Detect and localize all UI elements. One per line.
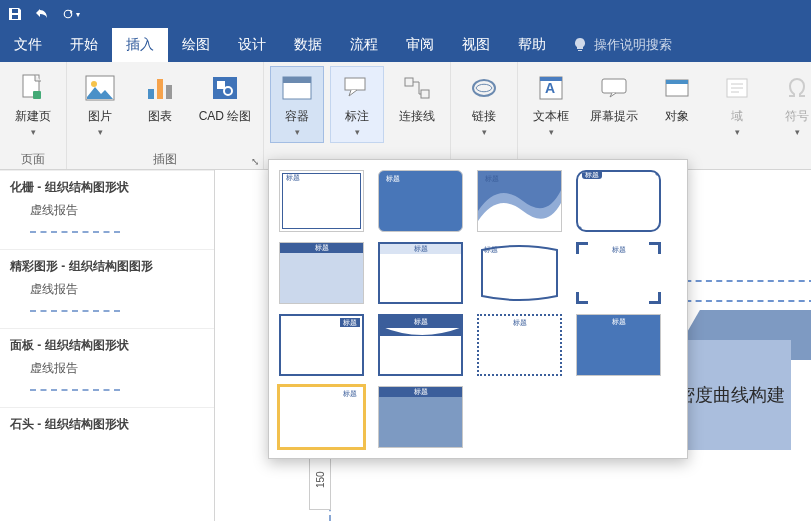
container-gallery: 标题 标题 标题 标题 标题 标题 标题 标题 标题 标题 标题 标题 标题 标… bbox=[268, 159, 688, 459]
dashed-line-preview bbox=[30, 231, 120, 233]
shape-item[interactable]: 虚线报告 bbox=[0, 277, 214, 300]
svg-rect-6 bbox=[157, 79, 163, 99]
container-style-10[interactable]: 标题 bbox=[378, 314, 463, 376]
chevron-down-icon: ▾ bbox=[795, 127, 800, 139]
container-style-9[interactable]: 标题 bbox=[279, 314, 364, 376]
svg-rect-22 bbox=[666, 80, 688, 84]
dashed-line-preview bbox=[30, 310, 120, 312]
tab-data[interactable]: 数据 bbox=[280, 28, 336, 62]
quick-access-toolbar: ▾ bbox=[0, 0, 811, 28]
shape-category[interactable]: 化栅 - 组织结构图形状 bbox=[0, 170, 214, 198]
cad-icon bbox=[208, 71, 242, 105]
chevron-down-icon: ▾ bbox=[31, 127, 36, 139]
tell-me-text: 操作说明搜索 bbox=[594, 36, 672, 54]
shape-category[interactable]: 石头 - 组织结构图形状 bbox=[0, 407, 214, 435]
container-style-6[interactable]: 标题 bbox=[378, 242, 463, 304]
object-icon bbox=[660, 71, 694, 105]
svg-rect-7 bbox=[166, 85, 172, 99]
tab-design[interactable]: 设计 bbox=[224, 28, 280, 62]
svg-rect-2 bbox=[33, 91, 41, 99]
container-style-4[interactable]: 标题 bbox=[576, 170, 661, 232]
ruler-mark: 150 bbox=[309, 450, 331, 510]
tab-home[interactable]: 开始 bbox=[56, 28, 112, 62]
screentip-icon bbox=[597, 71, 631, 105]
group-container: 容器 ▾ 标注 ▾ 连接线 bbox=[264, 62, 451, 169]
picture-icon bbox=[83, 71, 117, 105]
cube-shape[interactable]: 密度曲线构建 bbox=[671, 310, 811, 450]
tab-draw[interactable]: 绘图 bbox=[168, 28, 224, 62]
dialog-launcher-icon[interactable]: ⤡ bbox=[251, 156, 259, 167]
chart-button[interactable]: 图表 bbox=[133, 66, 187, 130]
field-icon bbox=[720, 71, 754, 105]
cad-button[interactable]: CAD 绘图 bbox=[193, 66, 257, 130]
tab-help[interactable]: 帮助 bbox=[504, 28, 560, 62]
shapes-pane[interactable]: 化栅 - 组织结构图形状 虚线报告 精彩图形 - 组织结构图图形 虚线报告 面板… bbox=[0, 170, 215, 521]
link-icon bbox=[467, 71, 501, 105]
object-button[interactable]: 对象 bbox=[650, 66, 704, 130]
undo-icon[interactable] bbox=[34, 5, 52, 23]
group-label-page: 页面 bbox=[0, 149, 66, 169]
chevron-down-icon: ▾ bbox=[735, 127, 740, 139]
callout-button[interactable]: 标注 ▾ bbox=[330, 66, 384, 143]
container-icon bbox=[280, 71, 314, 105]
svg-rect-13 bbox=[345, 78, 365, 90]
textbox-icon: A bbox=[534, 71, 568, 105]
container-style-5[interactable]: 标题 bbox=[279, 242, 364, 304]
dashed-line-preview bbox=[30, 389, 120, 391]
container-style-14[interactable]: 标题 bbox=[378, 386, 463, 448]
tell-me-search[interactable]: 操作说明搜索 bbox=[560, 28, 684, 62]
guide-line bbox=[675, 300, 811, 302]
chevron-down-icon: ▾ bbox=[355, 127, 360, 139]
container-style-13[interactable]: 标题 bbox=[279, 386, 364, 448]
container-style-8[interactable]: 标题 bbox=[576, 242, 661, 304]
screentip-button[interactable]: 屏幕提示 bbox=[584, 66, 644, 130]
redo-dropdown-icon[interactable]: ▾ bbox=[62, 5, 80, 23]
chevron-down-icon: ▾ bbox=[98, 127, 103, 139]
tab-process[interactable]: 流程 bbox=[336, 28, 392, 62]
guide-line bbox=[675, 280, 811, 282]
lightbulb-icon bbox=[572, 37, 588, 53]
tab-file[interactable]: 文件 bbox=[0, 28, 56, 62]
group-text: A 文本框 ▾ 屏幕提示 对象 域 ▾ 符号 ▾ bbox=[518, 62, 811, 169]
svg-point-4 bbox=[91, 81, 97, 87]
symbol-icon bbox=[780, 71, 811, 105]
chart-icon bbox=[143, 71, 177, 105]
ribbon-tabs: 文件 开始 插入 绘图 设计 数据 流程 审阅 视图 帮助 操作说明搜索 bbox=[0, 28, 811, 62]
group-illustrations: 图片 ▾ 图表 CAD 绘图 插图⤡ bbox=[67, 62, 264, 169]
svg-rect-12 bbox=[283, 77, 311, 83]
tab-insert[interactable]: 插入 bbox=[112, 28, 168, 62]
shape-category[interactable]: 面板 - 组织结构图形状 bbox=[0, 328, 214, 356]
svg-text:A: A bbox=[545, 80, 555, 96]
group-links: 链接 ▾ bbox=[451, 62, 518, 169]
shape-item[interactable]: 虚线报告 bbox=[0, 356, 214, 379]
ribbon: 新建页 ▾ 页面 图片 ▾ 图表 CAD 绘图 插图⤡ bbox=[0, 62, 811, 170]
svg-rect-20 bbox=[602, 79, 626, 93]
picture-button[interactable]: 图片 ▾ bbox=[73, 66, 127, 143]
shape-item[interactable]: 虚线报告 bbox=[0, 198, 214, 221]
container-style-11[interactable]: 标题 bbox=[477, 314, 562, 376]
connector-button[interactable]: 连接线 bbox=[390, 66, 444, 130]
svg-rect-15 bbox=[421, 90, 429, 98]
connector-icon bbox=[400, 71, 434, 105]
tab-view[interactable]: 视图 bbox=[448, 28, 504, 62]
shape-category[interactable]: 精彩图形 - 组织结构图图形 bbox=[0, 249, 214, 277]
tab-review[interactable]: 审阅 bbox=[392, 28, 448, 62]
svg-rect-9 bbox=[217, 81, 225, 89]
container-style-2[interactable]: 标题 bbox=[378, 170, 463, 232]
group-page: 新建页 ▾ 页面 bbox=[0, 62, 67, 169]
new-page-button[interactable]: 新建页 ▾ bbox=[6, 66, 60, 143]
container-style-3[interactable]: 标题 bbox=[477, 170, 562, 232]
callout-icon bbox=[340, 71, 374, 105]
container-style-12[interactable]: 标题 bbox=[576, 314, 661, 376]
group-label-illustrations: 插图⤡ bbox=[67, 149, 263, 169]
cube-text: 密度曲线构建 bbox=[671, 340, 791, 450]
container-style-1[interactable]: 标题 bbox=[279, 170, 364, 232]
container-button[interactable]: 容器 ▾ bbox=[270, 66, 324, 143]
symbol-button: 符号 ▾ bbox=[770, 66, 811, 143]
svg-rect-14 bbox=[405, 78, 413, 86]
container-style-7[interactable]: 标题 bbox=[477, 242, 562, 304]
save-icon[interactable] bbox=[6, 5, 24, 23]
hyperlink-button[interactable]: 链接 ▾ bbox=[457, 66, 511, 143]
textbox-button[interactable]: A 文本框 ▾ bbox=[524, 66, 578, 143]
svg-rect-5 bbox=[148, 89, 154, 99]
